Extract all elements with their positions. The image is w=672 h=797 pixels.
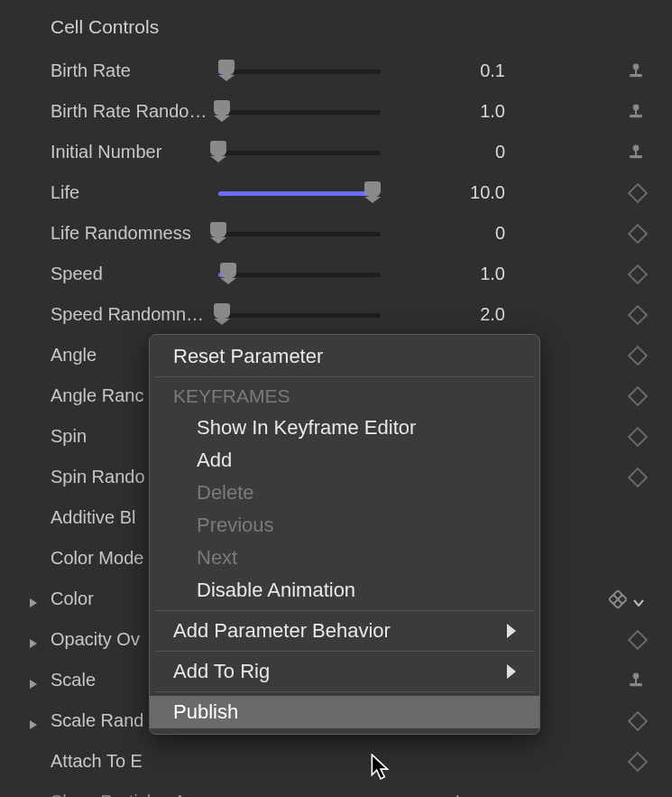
keyframe-diamond-icon: [628, 304, 649, 325]
menu-show-in-editor[interactable]: Show In Keyframe Editor: [150, 412, 539, 444]
disclosure-triangle-icon[interactable]: [27, 715, 40, 727]
param-slider[interactable]: [218, 306, 381, 324]
chevron-down-icon[interactable]: [632, 593, 645, 606]
menu-add-to-rig[interactable]: Add To Rig: [150, 655, 539, 688]
keyframe-control[interactable]: [631, 227, 645, 241]
slider-thumb[interactable]: [364, 181, 381, 197]
param-row: Speed1.0: [0, 254, 672, 294]
disclosure-triangle-icon[interactable]: [27, 634, 40, 646]
menu-item-label: Disable Animation: [197, 579, 355, 602]
menu-separator: [155, 691, 534, 692]
keyframe-control[interactable]: [627, 103, 645, 121]
menu-next-keyframe: Next: [150, 542, 539, 574]
rig-icon: [627, 103, 645, 121]
param-slider[interactable]: [218, 265, 381, 283]
param-label: Speed: [51, 264, 213, 284]
param-row: Birth Rate Rando…1.0: [0, 91, 672, 132]
param-row: Initial Number0: [0, 132, 672, 172]
keyframe-control[interactable]: [627, 62, 645, 80]
keyframe-diamond-icon: [628, 629, 649, 650]
svg-rect-5: [635, 110, 637, 116]
menu-separator: [155, 610, 534, 611]
param-row: Life Randomness0: [0, 213, 672, 254]
keyframe-control[interactable]: [631, 389, 645, 403]
keyframe-control[interactable]: [631, 755, 645, 769]
keyframe-diamond-icon: [628, 467, 649, 487]
keyframe-control[interactable]: [627, 672, 645, 690]
param-value[interactable]: Image: [388, 792, 505, 797]
param-value[interactable]: 0.1: [388, 60, 505, 81]
submenu-arrow-icon: [507, 624, 516, 638]
slider-thumb[interactable]: [214, 303, 230, 319]
keyframe-control[interactable]: [631, 348, 645, 363]
rig-icon: [627, 672, 645, 690]
svg-rect-14: [635, 679, 637, 684]
disclosure-triangle-icon[interactable]: [27, 593, 40, 606]
keyframe-control[interactable]: [631, 470, 645, 485]
context-menu: Reset Parameter KEYFRAMES Show In Keyfra…: [149, 334, 540, 735]
menu-heading-label: KEYFRAMES: [173, 385, 290, 407]
param-value[interactable]: 1.0: [388, 264, 505, 284]
rig-icon: [627, 62, 645, 80]
svg-point-0: [633, 63, 640, 70]
keyframe-control[interactable]: [631, 633, 645, 647]
menu-item-label: Add: [197, 449, 232, 472]
menu-item-label: Next: [197, 546, 237, 570]
param-value[interactable]: 2.0: [388, 304, 505, 325]
svg-point-6: [633, 144, 640, 151]
slider-thumb[interactable]: [214, 100, 230, 116]
param-label: Birth Rate Rando…: [51, 101, 213, 122]
param-value[interactable]: 0: [388, 142, 505, 162]
param-slider[interactable]: [218, 144, 381, 162]
menu-separator: [155, 651, 534, 652]
slider-thumb[interactable]: [210, 222, 226, 237]
param-row: Birth Rate0.1: [0, 51, 672, 91]
keyframe-diamond-icon: [628, 751, 649, 772]
param-row: Attach To E: [0, 741, 672, 782]
keyframe-control[interactable]: [627, 144, 645, 162]
submenu-arrow-icon: [507, 664, 516, 679]
param-value[interactable]: 0: [388, 223, 505, 244]
menu-item-label: Publish: [173, 700, 238, 724]
param-row: Speed Randomn…2.0: [0, 294, 672, 335]
disclosure-triangle-icon[interactable]: [27, 674, 40, 687]
keyframe-control[interactable]: [609, 590, 645, 608]
keyframe-diamond-icon: [628, 223, 649, 244]
keyframe-control[interactable]: [631, 430, 645, 444]
svg-rect-8: [635, 151, 637, 156]
menu-publish[interactable]: Publish: [150, 696, 539, 728]
param-value[interactable]: 10.0: [388, 182, 505, 203]
slider-thumb[interactable]: [218, 60, 235, 75]
param-slider[interactable]: [218, 103, 381, 121]
menu-disable-animation[interactable]: Disable Animation: [150, 574, 539, 607]
keyframe-diamond-icon: [628, 345, 649, 366]
param-slider[interactable]: [218, 184, 381, 202]
param-label: Life: [51, 182, 213, 203]
keyframe-control[interactable]: [631, 714, 645, 728]
keyframe-control[interactable]: [631, 267, 645, 282]
keyframe-diamond-icon: [628, 710, 649, 731]
param-slider[interactable]: [218, 62, 381, 80]
section-title: Cell Controls: [0, 16, 672, 51]
keyframe-diamond-icon: [628, 182, 649, 203]
keyframe-control[interactable]: [631, 186, 645, 200]
param-label: Life Randomness: [51, 223, 213, 244]
keyframe-control[interactable]: [631, 308, 645, 322]
slider-thumb[interactable]: [210, 141, 226, 156]
svg-rect-2: [635, 70, 637, 75]
param-label: Birth Rate: [51, 60, 213, 81]
param-row: Show Particles AsImage: [0, 782, 672, 797]
slider-thumb[interactable]: [220, 263, 236, 278]
svg-point-12: [633, 672, 640, 679]
menu-item-label: Delete: [197, 481, 254, 505]
menu-separator: [155, 376, 534, 377]
menu-reset-parameter[interactable]: Reset Parameter: [150, 340, 539, 373]
menu-item-label: Add Parameter Behavior: [173, 619, 391, 643]
menu-add-keyframe[interactable]: Add: [150, 444, 539, 477]
param-value[interactable]: 1.0: [388, 101, 505, 122]
menu-item-label: Reset Parameter: [173, 345, 323, 368]
rig-icon: [627, 144, 645, 162]
menu-add-parameter-behavior[interactable]: Add Parameter Behavior: [150, 615, 539, 647]
param-slider[interactable]: [218, 225, 381, 243]
menu-item-label: Show In Keyframe Editor: [197, 416, 416, 440]
